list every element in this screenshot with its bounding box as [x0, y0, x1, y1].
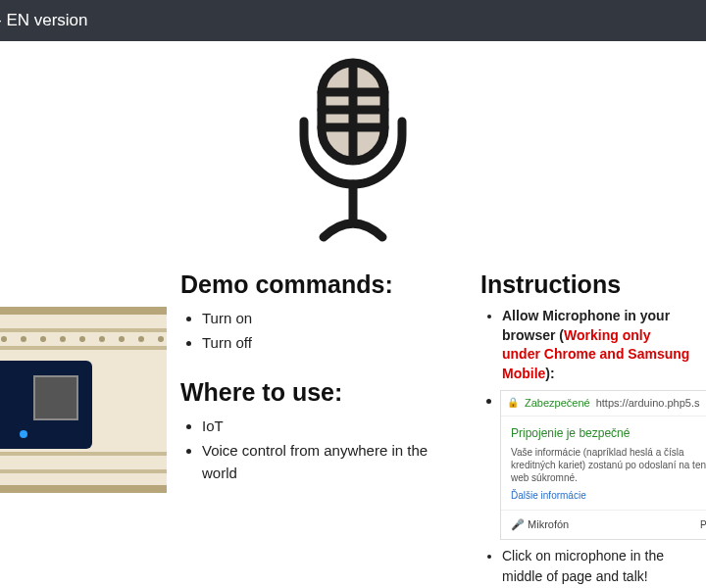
demo-list: Turn on Turn off	[180, 307, 453, 355]
list-item: Click on microphone in the middle of pag…	[502, 546, 692, 588]
svg-rect-6	[0, 307, 167, 315]
page-title: - EN version	[0, 11, 88, 30]
demo-heading: Demo commands:	[180, 270, 453, 299]
svg-rect-8	[0, 485, 167, 493]
column-right: Instructions Allow Microphone in your br…	[467, 270, 706, 588]
svg-point-16	[21, 336, 26, 342]
tip-desc: Vaše informácie (napríklad heslá a čísla…	[511, 446, 706, 484]
top-bar: - EN version	[0, 0, 706, 41]
where-heading: Where to use:	[180, 378, 453, 407]
tip-urlbar: 🔒 Zabezpečené https://arduino.php5.s	[501, 391, 706, 416]
svg-point-21	[119, 336, 125, 342]
tip-mic-row: 🎤 Mikrofón Povoliť	[501, 510, 706, 539]
tip-url: https://arduino.php5.s	[596, 395, 700, 412]
svg-point-19	[79, 336, 85, 342]
instruction-allow: Allow Microphone in your browser (Workin…	[502, 307, 692, 383]
tip-more-link[interactable]: Ďalšie informácie	[511, 488, 706, 504]
hero	[0, 41, 706, 261]
svg-rect-12	[0, 469, 167, 473]
svg-point-20	[99, 336, 105, 342]
microphone-icon	[275, 235, 431, 252]
svg-point-28	[20, 430, 27, 438]
instructions-list: Allow Microphone in your browser (Workin…	[480, 307, 692, 588]
svg-point-17	[40, 336, 46, 342]
list-item: Turn off	[202, 331, 453, 354]
allow-button[interactable]: Povoliť	[700, 517, 706, 533]
mic-label: 🎤 Mikrofón	[511, 516, 569, 533]
list-item: Turn on	[202, 307, 453, 329]
list-item: IoT	[202, 415, 453, 437]
instructions-heading: Instructions	[480, 270, 692, 299]
svg-point-23	[158, 336, 164, 342]
tip-secure-label: Zabezpečené	[525, 395, 590, 412]
svg-rect-26	[35, 377, 76, 418]
svg-rect-9	[0, 328, 167, 332]
tip-title: Pripojenie je bezpečné	[511, 424, 706, 443]
instruction-screenshot: 🔒 Zabezpečené https://arduino.php5.s Pri…	[502, 389, 692, 539]
browser-security-tip: 🔒 Zabezpečené https://arduino.php5.s Pri…	[500, 390, 706, 540]
tip-body: Pripojenie je bezpečné Vaše informácie (…	[501, 416, 706, 510]
lock-icon: 🔒	[507, 395, 519, 411]
column-middle: Demo commands: Turn on Turn off Where to…	[167, 270, 467, 588]
left-heading: te	[0, 270, 153, 299]
list-item: Voice control from anywhere in the world	[202, 439, 453, 485]
svg-rect-10	[0, 346, 167, 350]
columns: te Demo commands: Turn on Turn off Where…	[0, 261, 706, 588]
where-list: IoT Voice control from anywhere in the w…	[180, 415, 453, 485]
column-left: te	[0, 270, 167, 588]
svg-point-22	[138, 336, 144, 342]
svg-point-18	[60, 336, 66, 342]
allow-suffix: ):	[545, 366, 554, 381]
nodemcu-board-image	[0, 307, 153, 493]
svg-rect-11	[0, 452, 167, 456]
svg-point-15	[1, 336, 7, 342]
